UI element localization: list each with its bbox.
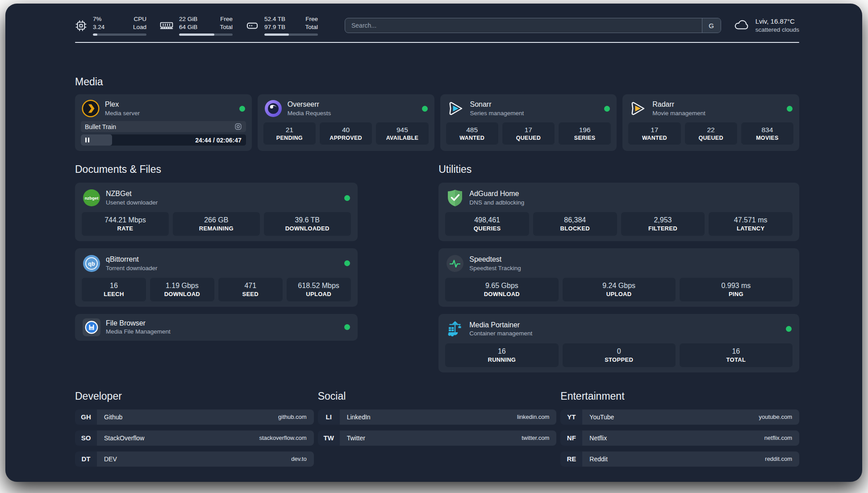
stat-seed: 471SEED xyxy=(218,278,283,301)
weather-widget: Lviv, 16.87°C scattered clouds xyxy=(734,17,799,34)
app-description: Series management xyxy=(470,109,524,117)
app-name: Media Portainer xyxy=(469,321,532,330)
cpu-metric: 7% CPU 3.24 Load xyxy=(75,15,146,35)
stat-leech: 16LEECH xyxy=(82,278,146,301)
link-netflix[interactable]: NF Netflix netflix.com xyxy=(560,430,799,446)
link-youtube[interactable]: YT YouTube youtube.com xyxy=(560,409,799,425)
status-dot xyxy=(786,326,792,332)
svg-text:qb: qb xyxy=(88,260,95,267)
developer-section: Developer GH Github github.com SO StackO… xyxy=(75,390,314,472)
app-card-speedtest[interactable]: Speedtest Speedtest Tracking 9.65 GbpsDO… xyxy=(438,248,799,307)
link-tag: LI xyxy=(318,409,340,425)
app-card-plex[interactable]: Plex Media server Bullet Train 24:44 / 0… xyxy=(75,94,252,151)
link-url: linkedin.com xyxy=(517,414,549,420)
disk-metric: 52.4 TB Free 97.9 TB Total xyxy=(246,15,318,35)
app-name: AdGuard Home xyxy=(469,189,524,199)
ram-icon xyxy=(160,21,173,30)
session-camera-icon[interactable] xyxy=(234,123,242,130)
app-name: Radarr xyxy=(652,100,705,109)
app-card-adguard[interactable]: AdGuard Home DNS and adblocking 498,461Q… xyxy=(438,183,799,241)
ram-label-top: Free xyxy=(220,15,233,23)
app-description: Media Requests xyxy=(288,109,331,117)
status-dot xyxy=(239,106,245,112)
playback-elapsed xyxy=(81,134,112,146)
search-engine-button[interactable]: G xyxy=(702,18,721,33)
link-dev[interactable]: DT DEV dev.to xyxy=(75,451,314,467)
stat-queued: 22QUEUED xyxy=(685,122,737,145)
utilities-column: Utilities AdGuard Home xyxy=(438,163,799,372)
now-playing-title: Bullet Train xyxy=(85,123,116,130)
link-twitter[interactable]: TW Twitter twitter.com xyxy=(318,430,557,446)
link-tag: TW xyxy=(318,430,340,446)
adguard-icon xyxy=(446,189,464,207)
app-card-radarr[interactable]: Radarr Movie management 17WANTED 22QUEUE… xyxy=(622,94,799,151)
search-input[interactable] xyxy=(345,18,702,33)
link-github[interactable]: GH Github github.com xyxy=(75,409,314,425)
media-grid: Plex Media server Bullet Train 24:44 / 0… xyxy=(75,94,799,151)
pause-icon[interactable] xyxy=(85,138,87,142)
link-reddit[interactable]: RE Reddit reddit.com xyxy=(560,451,799,467)
stat-remaining: 266 GBREMAINING xyxy=(173,212,260,236)
link-tag: GH xyxy=(75,409,97,425)
stat-stopped: 0STOPPED xyxy=(563,343,676,367)
link-tag: YT xyxy=(560,409,582,425)
middle-columns: Documents & Files nzbget NZBGet Usenet d… xyxy=(75,163,799,372)
stat-download: 1.19 GbpsDOWNLOAD xyxy=(150,278,214,301)
stat-movies: 834MOVIES xyxy=(741,122,793,145)
stat-pending: 21PENDING xyxy=(263,122,316,145)
link-name: DEV xyxy=(104,455,117,463)
stat-series: 196SERIES xyxy=(559,122,611,145)
app-name: Overseerr xyxy=(288,100,331,109)
status-dot xyxy=(422,106,428,112)
link-stackoverflow[interactable]: SO StackOverflow stackoverflow.com xyxy=(75,430,314,446)
weather-location: Lviv, 16.87°C xyxy=(755,17,799,26)
ram-progress-bar xyxy=(179,33,233,36)
link-url: github.com xyxy=(278,414,307,420)
link-name: StackOverflow xyxy=(104,435,144,442)
section-title-entertainment: Entertainment xyxy=(560,390,799,402)
cloud-icon xyxy=(734,18,750,33)
app-description: Movie management xyxy=(652,109,705,117)
stat-queued: 17QUEUED xyxy=(502,122,555,145)
stat-wanted: 485WANTED xyxy=(446,122,498,145)
app-card-portainer[interactable]: Media Portainer Container management 16R… xyxy=(438,314,799,372)
top-bar: 7% CPU 3.24 Load 22 GiB Free xyxy=(75,15,799,36)
stat-download: 9.65 GbpsDOWNLOAD xyxy=(445,278,558,301)
link-url: netflix.com xyxy=(764,435,792,441)
disk-label-top: Free xyxy=(305,15,318,23)
portainer-icon xyxy=(446,320,464,338)
section-title-social: Social xyxy=(318,390,557,402)
now-playing-row: Bullet Train xyxy=(81,121,246,132)
documents-column: Documents & Files nzbget NZBGet Usenet d… xyxy=(75,163,358,372)
speedtest-icon xyxy=(446,255,464,272)
stat-downloaded: 39.6 TBDOWNLOADED xyxy=(264,212,351,236)
stat-total: 16TOTAL xyxy=(680,343,793,367)
app-card-filebrowser[interactable]: File Browser Media File Management xyxy=(75,314,358,341)
stat-blocked: 86,384BLOCKED xyxy=(533,212,617,236)
link-name: Reddit xyxy=(589,455,607,463)
link-tag: DT xyxy=(75,451,97,467)
app-name: Plex xyxy=(105,100,140,109)
app-card-qbittorrent[interactable]: qb qBittorrent Torrent downloader 16LEEC… xyxy=(75,248,358,307)
app-card-nzbget[interactable]: nzbget NZBGet Usenet downloader 744.21 M… xyxy=(75,183,358,241)
stat-rate: 744.21 MbpsRATE xyxy=(82,212,169,236)
link-linkedin[interactable]: LI LinkedIn linkedin.com xyxy=(318,409,557,425)
ram-free-value: 22 GiB xyxy=(179,15,213,23)
link-name: Twitter xyxy=(347,435,365,442)
link-tag: NF xyxy=(560,430,582,446)
app-card-sonarr[interactable]: Sonarr Series management 485WANTED 17QUE… xyxy=(440,94,617,151)
link-name: LinkedIn xyxy=(347,414,371,421)
app-card-overseerr[interactable]: Overseerr Media Requests 21PENDING 40APP… xyxy=(258,94,434,151)
section-title-developer: Developer xyxy=(75,390,314,402)
disk-icon xyxy=(246,19,259,32)
overseerr-icon xyxy=(264,100,282,117)
search-bar: G xyxy=(345,18,721,33)
header-divider xyxy=(75,42,799,43)
stat-filtered: 2,953FILTERED xyxy=(621,212,705,236)
cpu-label-top: CPU xyxy=(133,15,146,23)
app-name: qBittorrent xyxy=(106,255,158,264)
cpu-usage-value: 7% xyxy=(93,15,126,23)
stat-latency: 47.571 msLATENCY xyxy=(709,212,793,236)
disk-progress-bar xyxy=(264,33,318,36)
status-dot xyxy=(604,106,610,112)
